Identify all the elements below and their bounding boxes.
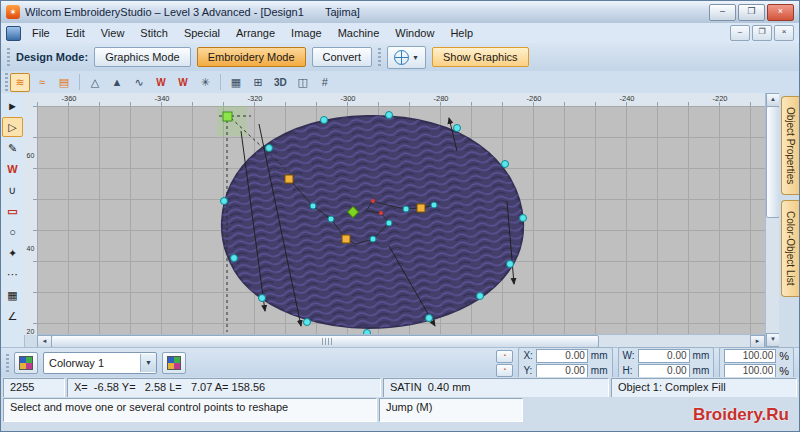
- scroll-grip: [322, 338, 332, 345]
- ruler-tick: -260: [521, 94, 547, 103]
- bottom-toolbar: Colorway 1 ▼ ▪ ▪ X: mm Y: mm W: mm H: mm: [1, 347, 799, 378]
- palette-icon: [19, 356, 33, 370]
- freehand-tool-icon[interactable]: ∪: [2, 180, 23, 200]
- menu-file[interactable]: File: [24, 25, 58, 41]
- horizontal-scrollbar[interactable]: ◄ ►: [37, 334, 765, 347]
- ruler-tick: -220: [707, 94, 733, 103]
- y-label: Y:: [523, 365, 532, 376]
- menu-view[interactable]: View: [93, 25, 133, 41]
- mdi-close-button[interactable]: ×: [774, 25, 794, 41]
- left-toolbox: ► ▷ ✎ W ∪ ▭ ○ ✦ ⋯ ▦ ∠: [1, 93, 25, 347]
- measure-tool-icon[interactable]: ∠: [2, 306, 23, 326]
- ruler-tick: -300: [335, 94, 361, 103]
- ruler-tick: 40: [24, 245, 37, 252]
- star-fill-icon[interactable]: ✳: [195, 73, 215, 92]
- app-icon: ✶: [6, 5, 20, 19]
- mdi-minimize-button[interactable]: –: [730, 25, 750, 41]
- y-input[interactable]: [536, 364, 588, 378]
- design-canvas[interactable]: [37, 106, 765, 335]
- stitch-count: 2255: [3, 378, 65, 398]
- height-input[interactable]: [638, 364, 690, 378]
- menu-help[interactable]: Help: [442, 25, 481, 41]
- 3d-view-button[interactable]: 3D: [270, 77, 291, 88]
- toolbar-separator: [79, 74, 80, 90]
- chevron-down-icon[interactable]: ▼: [140, 354, 156, 372]
- select-tool-icon[interactable]: ►: [2, 96, 23, 116]
- run-stitch-icon[interactable]: ≋: [10, 73, 30, 92]
- run-tool-icon[interactable]: ⋯: [2, 264, 23, 284]
- ruler-tick: -320: [242, 94, 268, 103]
- x-label: X:: [523, 350, 532, 361]
- ruler-tick: -340: [149, 94, 175, 103]
- show-graphics-button[interactable]: Show Graphics: [432, 47, 529, 67]
- hoop-globe-button[interactable]: ▼: [387, 46, 426, 69]
- pen-tool-icon[interactable]: ✎: [2, 138, 23, 158]
- reshape-tool-icon[interactable]: ▷: [2, 117, 23, 137]
- toolbar-grip: [7, 48, 10, 66]
- lettering-tool-icon[interactable]: W: [2, 159, 23, 179]
- column-stitch-icon[interactable]: ▲: [107, 73, 127, 92]
- scale-lock-bottom-button[interactable]: ▪: [496, 364, 513, 377]
- menu-edit[interactable]: Edit: [58, 25, 93, 41]
- y-unit: mm: [591, 365, 608, 376]
- array-icon[interactable]: ⊞: [248, 73, 268, 92]
- ruler-tick: -360: [56, 94, 82, 103]
- w-unit: mm: [693, 350, 710, 361]
- program-split-icon[interactable]: W: [173, 73, 193, 92]
- satin-stitch-icon[interactable]: ≈: [32, 73, 52, 92]
- menu-stitch[interactable]: Stitch: [132, 25, 176, 41]
- globe-icon: [394, 50, 409, 65]
- x-input[interactable]: [536, 349, 588, 363]
- embroidery-mode-button[interactable]: Embroidery Mode: [197, 47, 306, 67]
- percent-label: %: [779, 350, 789, 362]
- toolbar-grip: [6, 354, 9, 372]
- menu-machine[interactable]: Machine: [330, 25, 388, 41]
- colorway-value: Colorway 1: [44, 357, 140, 369]
- scroll-up-icon[interactable]: ▲: [766, 93, 780, 107]
- menu-bar: File Edit View Stitch Special Arrange Im…: [1, 23, 799, 44]
- mirror-icon[interactable]: ◫: [293, 73, 313, 92]
- ruler-tick: 20: [24, 328, 37, 335]
- colorway-editor-button[interactable]: [14, 352, 38, 374]
- vertical-scrollbar[interactable]: ▲ ▼: [765, 93, 780, 347]
- toolbar-grip: [5, 73, 8, 91]
- ellipse-tool-icon[interactable]: ○: [2, 222, 23, 242]
- percent-label: %: [779, 365, 789, 377]
- width-input[interactable]: [638, 349, 690, 363]
- design-mode-label: Design Mode:: [16, 51, 88, 63]
- document-icon: [6, 26, 21, 41]
- scale-lock-top-button[interactable]: ▪: [496, 350, 513, 363]
- scale-height-input[interactable]: [724, 364, 776, 378]
- grid-fill-icon[interactable]: ▦: [226, 73, 246, 92]
- window-title: Wilcom EmbroideryStudio – Level 3 Advanc…: [25, 6, 360, 18]
- motif-run-icon[interactable]: ∿: [129, 73, 149, 92]
- colorway-select[interactable]: Colorway 1 ▼: [43, 352, 157, 374]
- restore-button[interactable]: ❐: [738, 4, 765, 21]
- tab-object-properties[interactable]: Object Properties: [781, 96, 799, 195]
- menu-window[interactable]: Window: [387, 25, 442, 41]
- menu-arrange[interactable]: Arrange: [228, 25, 283, 41]
- contour-stitch-icon[interactable]: △: [85, 73, 105, 92]
- menu-image[interactable]: Image: [283, 25, 330, 41]
- scale-width-input[interactable]: [724, 349, 776, 363]
- vertical-scroll-thumb[interactable]: [766, 106, 780, 218]
- mdi-restore-button[interactable]: ❐: [752, 25, 772, 41]
- star-tool-icon[interactable]: ✦: [2, 243, 23, 263]
- current-object-info: Object 1: Complex Fill: [611, 378, 797, 398]
- horizontal-ruler: -360 -340 -320 -300 -280 -260 -240 -220: [37, 93, 765, 107]
- convert-button[interactable]: Convert: [312, 47, 373, 67]
- flexi-split-icon[interactable]: W: [151, 73, 171, 92]
- tab-color-object-list[interactable]: Color-Object List: [781, 200, 799, 296]
- graphics-mode-button[interactable]: Graphics Mode: [94, 47, 191, 67]
- tatami-fill-icon[interactable]: ▤: [54, 73, 74, 92]
- embroidery-object[interactable]: [37, 106, 765, 335]
- minimize-button[interactable]: –: [709, 4, 736, 21]
- ruler-tick: -240: [614, 94, 640, 103]
- menu-special[interactable]: Special: [176, 25, 228, 41]
- layout-icon[interactable]: #: [315, 73, 335, 92]
- grid-tool-icon[interactable]: ▦: [2, 285, 23, 305]
- thread-colors-button[interactable]: [162, 352, 186, 374]
- rectangle-tool-icon[interactable]: ▭: [2, 201, 23, 221]
- close-button[interactable]: ×: [767, 4, 794, 21]
- scroll-down-icon[interactable]: ▼: [766, 333, 780, 347]
